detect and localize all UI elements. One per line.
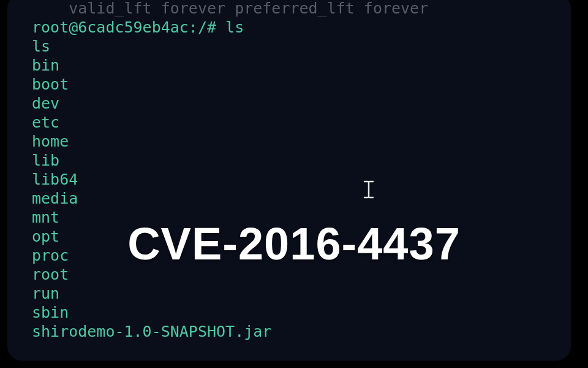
ls-entry: shirodemo-1.0-SNAPSHOT.jar — [32, 322, 546, 341]
ls-entry: media — [32, 189, 546, 208]
ls-entry: run — [32, 284, 546, 303]
command-echo: ls — [32, 37, 546, 56]
previous-output-line: valid_lft forever preferred_lft forever — [32, 0, 546, 18]
ls-entry: home — [32, 132, 546, 151]
command-text: ls — [225, 18, 244, 36]
ls-entry: bin — [32, 56, 546, 75]
ls-entry: boot — [32, 75, 546, 94]
shell-prompt: root@6cadc59eb4ac:/# — [32, 18, 225, 36]
overlay-title: CVE-2016-4437 — [0, 218, 588, 270]
ls-entry: sbin — [32, 303, 546, 322]
ls-entry: lib64 — [32, 170, 546, 189]
ls-entry: lib — [32, 151, 546, 170]
prompt-line: root@6cadc59eb4ac:/# ls — [32, 18, 546, 37]
ls-entry: dev — [32, 94, 546, 113]
terminal-window[interactable]: valid_lft forever preferred_lft forever … — [7, 0, 571, 361]
text-cursor-icon — [363, 180, 374, 199]
ls-entry: etc — [32, 113, 546, 132]
